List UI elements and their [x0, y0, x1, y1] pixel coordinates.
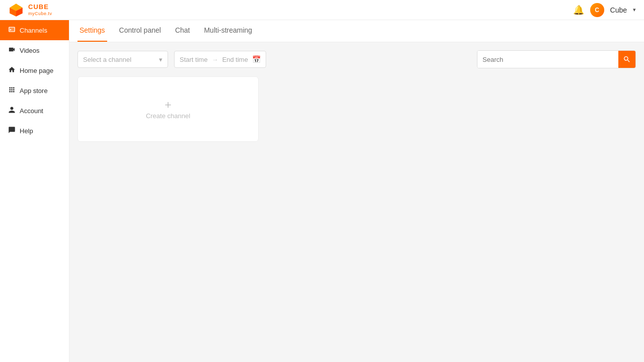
search-button[interactable] [618, 51, 635, 68]
logo: CUBE myCube.tv [8, 2, 52, 18]
channel-select[interactable]: Select a channel ▾ [77, 51, 168, 68]
logo-text-block: CUBE myCube.tv [28, 4, 52, 16]
appstore-icon [8, 86, 16, 95]
sidebar-label-appstore: App store [20, 87, 48, 95]
plus-icon: ＋ [163, 99, 174, 110]
avatar: C [590, 3, 604, 17]
channels-icon [8, 26, 16, 35]
tab-multi-streaming[interactable]: Multi-streaming [202, 20, 254, 42]
main: Settings Control panel Chat Multi-stream… [69, 20, 644, 362]
search-bar [477, 50, 636, 68]
tab-control-panel[interactable]: Control panel [117, 20, 163, 42]
sidebar-label-videos: Videos [20, 47, 40, 54]
content-area: Select a channel ▾ Start time → End time… [69, 42, 644, 362]
videos-icon [8, 46, 16, 55]
sidebar-label-homepage: Home page [20, 67, 53, 74]
chevron-down-icon[interactable]: ▾ [633, 7, 636, 13]
date-separator: → [212, 56, 218, 63]
start-time-label: Start time [180, 56, 208, 63]
date-range-picker[interactable]: Start time → End time 📅 [174, 51, 266, 68]
calendar-icon: 📅 [252, 55, 261, 63]
sidebar-item-account[interactable]: Account [0, 101, 69, 121]
create-channel-card[interactable]: ＋ Create channel [77, 76, 259, 142]
account-icon [8, 106, 16, 115]
create-channel-label: Create channel [146, 112, 190, 120]
help-icon [8, 126, 16, 135]
header: CUBE myCube.tv 🔔 C Cube ▾ [0, 0, 644, 20]
sidebar-label-account: Account [20, 107, 43, 115]
tab-settings[interactable]: Settings [77, 20, 107, 42]
header-right: 🔔 C Cube ▾ [573, 3, 636, 17]
tabs-bar: Settings Control panel Chat Multi-stream… [69, 20, 644, 42]
sidebar-item-help[interactable]: Help [0, 121, 69, 141]
sidebar-label-channels: Channels [20, 27, 47, 34]
search-input[interactable] [477, 51, 618, 68]
sidebar-item-channels[interactable]: Channels [0, 20, 69, 40]
sidebar-item-homepage[interactable]: Home page [0, 60, 69, 80]
chevron-down-icon: ▾ [159, 56, 163, 63]
user-name: Cube [610, 6, 627, 14]
sidebar-label-help: Help [20, 127, 33, 135]
end-time-label: End time [222, 56, 248, 63]
sidebar-item-videos[interactable]: Videos [0, 40, 69, 60]
home-icon [8, 66, 16, 75]
notification-icon[interactable]: 🔔 [573, 5, 584, 16]
sidebar: Channels Videos Home page App store Acco… [0, 20, 69, 362]
logo-subtitle: myCube.tv [28, 11, 52, 16]
toolbar: Select a channel ▾ Start time → End time… [77, 50, 636, 68]
logo-title: CUBE [28, 4, 52, 11]
channel-select-placeholder: Select a channel [83, 56, 131, 63]
logo-icon [8, 2, 24, 18]
search-icon [623, 55, 631, 63]
sidebar-item-appstore[interactable]: App store [0, 80, 69, 101]
tab-chat[interactable]: Chat [173, 20, 192, 42]
layout: Channels Videos Home page App store Acco… [0, 20, 644, 362]
